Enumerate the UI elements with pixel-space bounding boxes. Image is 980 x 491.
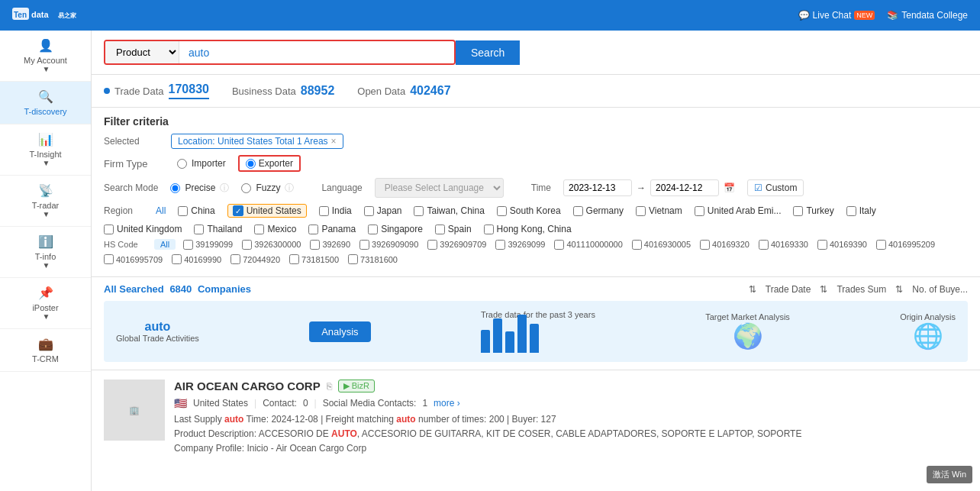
insight-icon: 📊 <box>38 132 53 147</box>
custom-label: Custom <box>766 183 797 193</box>
region-all[interactable]: All <box>156 205 166 216</box>
companies-label: Companies <box>198 283 251 295</box>
flag-icon: 🇺🇸 <box>174 397 187 409</box>
close-icon[interactable]: × <box>331 136 337 147</box>
company-detail-profile: Company Profile: Inicio - Air Ocean Carg… <box>174 441 968 456</box>
sort-trade-date[interactable]: Trade Date <box>766 284 811 295</box>
singapore-checkbox[interactable] <box>368 225 378 234</box>
south-korea-checkbox[interactable] <box>497 206 507 216</box>
region-row: Region All China ✓ United States India <box>104 204 968 234</box>
contact-label: Contact: <box>263 398 297 409</box>
sort-trades-sum[interactable]: Trades Sum <box>837 284 886 295</box>
checked-icon: ✓ <box>233 205 243 216</box>
custom-button[interactable]: ☑ Custom <box>747 179 804 196</box>
fuzzy-radio[interactable] <box>241 183 251 193</box>
check-icon: ☑ <box>754 183 762 193</box>
sidebar-item-t-insight[interactable]: 📊 T-Insight ▼ <box>0 124 91 176</box>
mexico-checkbox[interactable] <box>254 225 264 234</box>
filter-section: Filter criteria Selected Location: Unite… <box>92 108 980 276</box>
sidebar-item-iposter[interactable]: 📌 iPoster ▼ <box>0 278 91 329</box>
uae-checkbox[interactable] <box>695 206 704 216</box>
japan-checkbox[interactable] <box>364 206 374 216</box>
hscode-all[interactable]: All <box>154 239 176 250</box>
target-market-label: Target Market Analysis <box>705 312 790 321</box>
country-name: United States <box>193 398 248 409</box>
location-tag[interactable]: Location: United States Total 1 Areas × <box>171 134 343 149</box>
trade-value: 170830 <box>169 82 209 99</box>
exporter-box[interactable]: Exporter <box>238 155 301 172</box>
country-united-states: ✓ United States <box>227 204 307 218</box>
new-badge: NEW <box>854 11 875 20</box>
language-select[interactable]: Please Select Language <box>375 178 504 198</box>
sidebar-item-t-discovery[interactable]: 🔍 T-discovery <box>0 82 91 124</box>
country-name: Vietnam <box>649 205 682 216</box>
precise-radio[interactable] <box>170 183 180 193</box>
thailand-checkbox[interactable] <box>194 225 204 234</box>
country-name: Germany <box>586 205 624 216</box>
crm-icon: 💼 <box>38 337 53 351</box>
hscode-item: 4016995709 <box>104 254 163 264</box>
hscode-item: 72044920 <box>230 254 280 264</box>
time-start-input[interactable] <box>563 179 632 196</box>
spain-checkbox[interactable] <box>435 225 445 234</box>
country-hk: Hong Kong, China <box>484 224 572 234</box>
radar-icon: 📡 <box>38 183 53 198</box>
live-chat[interactable]: 💬 Live Chat NEW <box>798 10 875 21</box>
banner-subtitle: Global Trade Activities <box>116 334 199 343</box>
analysis-button[interactable]: Analysis <box>309 321 370 342</box>
country-name: Turkey <box>806 205 833 216</box>
product-type-select[interactable]: Product Company HS Code <box>105 41 179 63</box>
search-input[interactable] <box>179 42 454 63</box>
sidebar-item-label: T-discovery <box>24 107 66 116</box>
exporter-label: Exporter <box>259 158 293 169</box>
account-icon: 👤 <box>38 38 53 53</box>
taiwan-checkbox[interactable] <box>414 206 424 216</box>
uk-checkbox[interactable] <box>104 225 114 234</box>
buyer-count: 127 <box>541 414 556 425</box>
hscode-item: 401110000000 <box>554 240 622 250</box>
hscode-row: HS Code All 39199099 3926300000 392690 3… <box>104 239 968 264</box>
chevron-down-icon: ▼ <box>43 159 50 167</box>
globe-icon: 🌐 <box>900 321 956 350</box>
importer-radio[interactable] <box>177 159 187 169</box>
hk-checkbox[interactable] <box>484 225 494 234</box>
country-name: Thailand <box>207 224 242 234</box>
svg-text:Ten: Ten <box>14 11 27 19</box>
sidebar-item-t-info[interactable]: ℹ️ T-info ▼ <box>0 227 91 278</box>
last-supply-label: Last Supply auto Time: <box>174 414 271 425</box>
china-checkbox[interactable] <box>178 206 188 216</box>
more-link[interactable]: more › <box>434 398 460 409</box>
sidebar-item-t-radar[interactable]: 📡 T-radar ▼ <box>0 176 91 227</box>
vietnam-checkbox[interactable] <box>636 206 646 216</box>
sort-no-of-buyers[interactable]: No. of Buye... <box>912 284 968 295</box>
count-value: 6840 <box>169 283 192 295</box>
copy-icon[interactable]: ⎘ <box>327 381 332 392</box>
india-checkbox[interactable] <box>319 206 329 216</box>
country-name: United Kingdom <box>117 224 182 234</box>
turkey-checkbox[interactable] <box>793 206 803 216</box>
company-info: AIR OCEAN CARGO CORP ⎘ ▶ BizR 🇺🇸 United … <box>174 380 968 457</box>
banner-keyword: auto <box>116 320 199 334</box>
country-vietnam: Vietnam <box>636 205 682 216</box>
calendar-icon[interactable]: 📅 <box>724 183 735 193</box>
panama-checkbox[interactable] <box>308 225 318 234</box>
hscode-item: 4016995209 <box>876 240 935 250</box>
tendata-college[interactable]: 📚 Tendata College <box>887 10 968 21</box>
sidebar-item-my-account[interactable]: 👤 My Account ▼ <box>0 31 91 82</box>
search-button[interactable]: Search <box>456 40 520 65</box>
time-arrow: → <box>637 183 646 193</box>
company-profile-value: Inicio - Air Ocean Cargo Corp <box>247 443 366 454</box>
last-supply-time: 2024-12-08 <box>271 414 318 425</box>
fuzzy-radio-group[interactable]: Fuzzy ⓘ <box>241 182 294 195</box>
time-end-input[interactable] <box>650 179 719 196</box>
exporter-radio[interactable] <box>246 159 256 169</box>
sidebar-item-t-crm[interactable]: 💼 T-CRM <box>0 329 91 372</box>
italy-checkbox[interactable] <box>846 206 856 216</box>
importer-radio-group[interactable]: Importer <box>177 158 226 169</box>
germany-checkbox[interactable] <box>573 206 583 216</box>
main-layout: 👤 My Account ▼ 🔍 T-discovery 📊 T-Insight… <box>0 31 980 491</box>
hscode-item: 40169330 <box>759 240 808 250</box>
precise-radio-group[interactable]: Precise ⓘ <box>170 182 229 195</box>
sort-trades-sum-label: Trades Sum <box>837 284 886 295</box>
bizr-badge[interactable]: ▶ BizR <box>338 380 375 392</box>
